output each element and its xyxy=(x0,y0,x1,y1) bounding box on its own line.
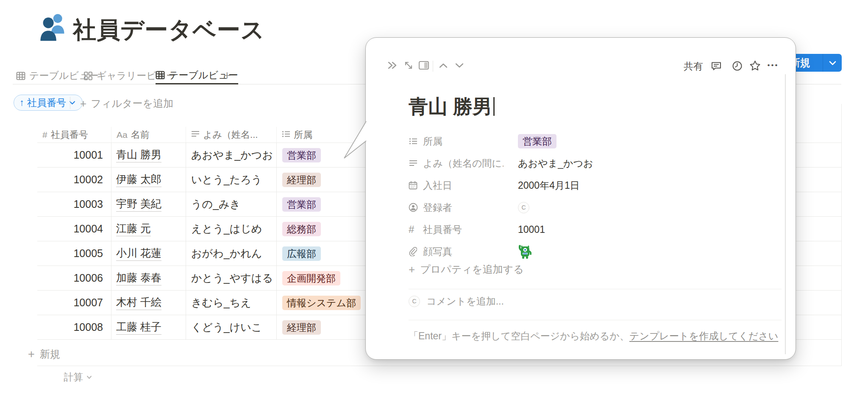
cell-employee-id[interactable]: 10005 xyxy=(37,241,111,266)
department-tag[interactable]: 営業部 xyxy=(282,197,321,212)
column-header-employee-id[interactable]: # 社員番号 xyxy=(37,127,111,143)
new-record-dropdown[interactable] xyxy=(823,61,842,65)
cell-yomi[interactable]: かとう_やすはる xyxy=(186,266,276,290)
cell-employee-id[interactable]: 10008 xyxy=(37,315,111,339)
toolbar-divider xyxy=(70,97,70,109)
sort-chip[interactable]: ↑ 社員番号 xyxy=(14,95,83,111)
close-peek-icon[interactable] xyxy=(386,59,399,72)
property-value[interactable]: C xyxy=(518,202,529,213)
history-clock-icon[interactable] xyxy=(731,59,743,72)
add-filter-button[interactable]: + フィルターを追加 xyxy=(80,97,173,110)
cell-employee-id[interactable]: 10002 xyxy=(37,168,111,192)
people-icon xyxy=(39,12,68,42)
modal-callout-tail xyxy=(338,118,368,162)
property-row[interactable]: 登録者C xyxy=(409,196,782,218)
more-options-icon[interactable]: ••• xyxy=(767,59,779,72)
cell-employee-id[interactable]: 10001 xyxy=(37,143,111,167)
face-photo-thumbnail[interactable] xyxy=(518,243,532,260)
open-fullpage-icon[interactable] xyxy=(402,59,415,72)
hint-text: 「Enter」キーを押して空白ページから始めるか、 xyxy=(409,330,629,341)
create-template-link[interactable]: テンプレートを作成してください xyxy=(629,330,778,341)
property-row[interactable]: 所属営業部 xyxy=(409,130,782,152)
department-tag[interactable]: 企画開発部 xyxy=(282,271,340,285)
property-value[interactable]: 営業部 xyxy=(518,134,556,148)
next-record-icon[interactable] xyxy=(453,59,466,72)
comments-icon[interactable] xyxy=(710,59,723,72)
cell-name[interactable]: 工藤 桂子 xyxy=(111,315,186,339)
record-peek-modal: 共有 ••• 青山 勝男 所属営業部よみ（姓名の間に...あおやま_かつお入社日… xyxy=(365,37,796,360)
favorite-star-icon[interactable] xyxy=(748,59,761,72)
add-comment-row[interactable]: C コメントを追加... xyxy=(409,294,504,308)
new-row-button[interactable]: + 新規 xyxy=(28,344,60,364)
cell-yomi[interactable]: えとう_はじめ xyxy=(186,217,276,241)
property-row[interactable]: 顔写真 xyxy=(409,241,782,263)
department-tag[interactable]: 営業部 xyxy=(282,148,321,162)
cell-name[interactable]: 伊藤 太郎 xyxy=(111,168,186,192)
property-label[interactable]: 顔写真 xyxy=(423,245,504,258)
property-label[interactable]: 所属 xyxy=(423,135,504,148)
new-row-label: 新規 xyxy=(40,347,60,361)
cell-employee-id[interactable]: 10004 xyxy=(37,217,111,241)
cell-employee-id[interactable]: 10003 xyxy=(37,192,111,216)
calculate-button[interactable]: 計算 xyxy=(64,371,92,384)
modal-toolbar: 共有 ••• xyxy=(366,59,796,74)
number-property-icon: # xyxy=(42,130,47,140)
cell-name[interactable]: 宇野 美紀 xyxy=(111,192,186,216)
cell-yomi[interactable]: うの_みき xyxy=(186,192,276,216)
cell-yomi[interactable]: くどう_けいこ xyxy=(186,315,276,339)
add-property-button[interactable]: + プロパティを追加する xyxy=(409,263,524,276)
cell-yomi[interactable]: おがわ_かれん xyxy=(186,241,276,266)
title-property-icon: Aa xyxy=(117,130,128,140)
department-tag[interactable]: 情報システム部 xyxy=(282,296,361,310)
cell-yomi[interactable]: きむら_ちえ xyxy=(186,291,276,315)
side-peek-icon[interactable] xyxy=(417,59,430,72)
column-header-yomi[interactable]: よみ（姓名... xyxy=(186,127,276,143)
cell-employee-id[interactable]: 10007 xyxy=(37,291,111,315)
department-tag[interactable]: 営業部 xyxy=(518,134,556,148)
text-icon xyxy=(191,129,200,140)
cell-name[interactable]: 加藤 泰春 xyxy=(111,266,186,290)
property-list: 所属営業部よみ（姓名の間に...あおやま_かつお入社日2000年4月1日登録者C… xyxy=(409,130,782,263)
property-value[interactable] xyxy=(518,243,532,260)
plus-icon: + xyxy=(80,97,86,110)
hash-icon: # xyxy=(409,224,423,235)
property-row[interactable]: #社員番号10001 xyxy=(409,218,782,241)
department-tag[interactable]: 経理部 xyxy=(282,173,321,187)
modal-divider xyxy=(409,320,782,320)
share-button[interactable]: 共有 xyxy=(684,60,703,73)
department-tag[interactable]: 経理部 xyxy=(282,320,321,335)
record-title[interactable]: 青山 勝男 xyxy=(409,94,495,120)
gallery-icon xyxy=(83,71,93,81)
cell-employee-id[interactable]: 10006 xyxy=(37,266,111,290)
add-view-button[interactable]: + xyxy=(223,68,231,83)
property-label[interactable]: 登録者 xyxy=(423,201,504,214)
property-label[interactable]: 社員番号 xyxy=(423,223,504,236)
cell-name[interactable]: 青山 勝男 xyxy=(111,143,186,167)
column-header-label: 名前 xyxy=(131,129,150,141)
cell-name[interactable]: 江藤 元 xyxy=(111,217,186,241)
property-row[interactable]: よみ（姓名の間に...あおやま_かつお xyxy=(409,152,782,174)
app-window: 社員データベース テーブルビュー ギャラリービュー テーブルビュー + ↑ 社員… xyxy=(0,0,868,400)
text-icon xyxy=(409,159,423,167)
chevron-down-icon xyxy=(829,61,836,65)
property-value[interactable]: 2000年4月1日 xyxy=(518,179,580,192)
sort-ascending-icon: ↑ xyxy=(19,97,24,108)
modal-scrollbar[interactable] xyxy=(785,74,786,354)
property-row[interactable]: 入社日2000年4月1日 xyxy=(409,174,782,196)
property-value[interactable]: 10001 xyxy=(518,224,545,235)
avatar: C xyxy=(518,202,529,213)
column-header-name[interactable]: Aa 名前 xyxy=(111,127,186,143)
property-label[interactable]: よみ（姓名の間に... xyxy=(423,157,504,170)
column-header-label: 所属 xyxy=(294,129,312,141)
property-value[interactable]: あおやま_かつお xyxy=(518,157,593,170)
cell-yomi[interactable]: あおやま_かつお xyxy=(186,143,276,167)
cell-name[interactable]: 小川 花蓮 xyxy=(111,241,186,266)
department-tag[interactable]: 総務部 xyxy=(282,222,321,236)
cell-yomi[interactable]: いとう_たろう xyxy=(186,168,276,192)
property-label[interactable]: 入社日 xyxy=(423,179,504,192)
department-tag[interactable]: 広報部 xyxy=(282,246,321,261)
previous-record-icon[interactable] xyxy=(437,59,450,72)
cell-name[interactable]: 木村 千絵 xyxy=(111,291,186,315)
select-icon xyxy=(282,129,290,140)
toolbar-divider xyxy=(433,61,433,72)
